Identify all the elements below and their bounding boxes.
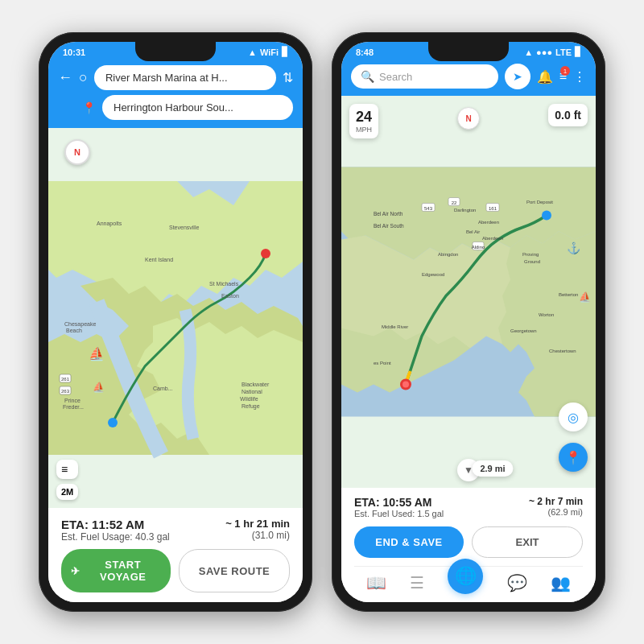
save-route-button[interactable]: SAVE ROUTE xyxy=(179,549,290,592)
notch-1 xyxy=(135,42,216,61)
svg-text:Middle River: Middle River xyxy=(382,324,408,329)
signal-icon-2: ●●● xyxy=(536,47,552,57)
signal-icon-1: ▲ xyxy=(248,47,257,57)
battery-icon-1: ▊ xyxy=(282,47,288,57)
svg-text:Kent Island: Kent Island xyxy=(145,257,173,262)
svg-text:Georgetown: Georgetown xyxy=(510,328,537,333)
svg-text:⛵: ⛵ xyxy=(93,381,105,393)
svg-text:Wildlife: Wildlife xyxy=(240,396,258,402)
svg-text:⚓: ⚓ xyxy=(567,242,581,255)
svg-text:Betterton: Betterton xyxy=(559,292,578,297)
exit-button[interactable]: EXIT xyxy=(472,526,583,558)
action-buttons-2: END & SAVE EXIT xyxy=(354,526,583,558)
location-icon-2: ▲ xyxy=(524,47,533,57)
svg-text:Beach: Beach xyxy=(66,328,82,333)
svg-text:es Point: es Point xyxy=(374,361,391,365)
start-voyage-button[interactable]: ✈ START VOYAGE xyxy=(61,549,171,592)
zoom-label: 2M xyxy=(56,484,78,500)
svg-text:Edgewood: Edgewood xyxy=(422,272,444,277)
svg-text:Bel Air South: Bel Air South xyxy=(374,223,404,229)
svg-text:Aberdeen: Aberdeen xyxy=(482,236,503,241)
bottom-panel-1: ETA: 11:52 AM Est. Fuel Usage: 40.3 gal … xyxy=(48,508,303,602)
svg-text:543: 543 xyxy=(424,206,433,211)
phone-1: 10:31 ▲ WiFi ▊ ← ○ River Marsh Marina at… xyxy=(39,32,312,612)
status-icons-1: ▲ WiFi ▊ xyxy=(248,47,288,57)
duration-1: ~ 1 hr 21 min xyxy=(225,518,290,530)
origin-input[interactable]: River Marsh Marina at H... xyxy=(94,65,276,90)
start-icon: ✈ xyxy=(71,565,80,577)
svg-point-25 xyxy=(402,382,409,388)
svg-text:Chesapeake: Chesapeake xyxy=(64,321,96,328)
svg-text:Aberdeen: Aberdeen xyxy=(478,220,499,225)
eta-info-1: ETA: 11:52 AM Est. Fuel Usage: 40.3 gal … xyxy=(61,518,290,543)
time-1: 10:31 xyxy=(63,47,85,57)
svg-text:Refuge: Refuge xyxy=(242,403,260,410)
map-svg-2: Bel Air North Bel Air South Darlington P… xyxy=(341,96,596,488)
more-icon[interactable]: ⋮ xyxy=(573,69,586,85)
locate-button[interactable]: ◎ xyxy=(559,402,588,431)
svg-text:Aldino: Aldino xyxy=(472,245,485,250)
map-left-controls: ≡ 2M xyxy=(56,460,78,500)
eta-time-1: ETA: 11:52 AM xyxy=(61,518,170,531)
destination-marker[interactable]: 📍 xyxy=(559,443,588,472)
svg-point-1 xyxy=(108,418,118,427)
svg-text:St Michaels: St Michaels xyxy=(209,281,239,287)
action-buttons-1: ✈ START VOYAGE SAVE ROUTE xyxy=(61,549,290,592)
svg-text:Freder...: Freder... xyxy=(63,404,84,410)
svg-text:Port Deposit: Port Deposit xyxy=(526,200,553,204)
svg-text:263: 263 xyxy=(61,389,70,394)
nav-book[interactable]: 📖 xyxy=(366,573,386,592)
depth-value: 0.0 ft xyxy=(555,109,581,122)
search-icon-1: ○ xyxy=(79,69,88,86)
bottom-nav: 📖 ☰ 🌐 💬 👥 xyxy=(354,566,583,597)
svg-text:Chestertown: Chestertown xyxy=(549,349,576,353)
bottom-panel-2: ETA: 10:55 AM Est. Fuel Used: 1.5 gal ~ … xyxy=(341,488,596,602)
svg-text:Bel Air North: Bel Air North xyxy=(374,211,403,217)
end-save-button[interactable]: END & SAVE xyxy=(354,526,464,558)
fuel-info-2: Est. Fuel Used: 1.5 gal xyxy=(354,509,444,518)
svg-text:Prince: Prince xyxy=(64,398,80,403)
search-box-2[interactable]: 🔍 Search xyxy=(351,64,498,89)
svg-text:22: 22 xyxy=(452,200,457,205)
map-1[interactable]: ⛵ ⛵ Chesapeake Beach Kent Island Annapol… xyxy=(48,128,303,508)
svg-point-2 xyxy=(261,249,270,258)
nav-chat[interactable]: 💬 xyxy=(507,573,527,592)
svg-text:Darlington: Darlington xyxy=(454,208,476,213)
lte-label: LTE xyxy=(555,47,572,57)
depth-overlay: 0.0 ft xyxy=(548,104,588,126)
back-button-1[interactable]: ← xyxy=(58,69,72,86)
speed-unit: MPH xyxy=(356,126,372,134)
fuel-info-1: Est. Fuel Usage: 40.3 gal xyxy=(61,531,170,543)
top-bar-2: 🔍 Search ➤ 🔔 ≡ 1 ⋮ xyxy=(341,60,596,96)
svg-text:Stevensville: Stevensville xyxy=(169,225,199,230)
notch-2 xyxy=(428,42,509,61)
wifi-icon-1: WiFi xyxy=(260,47,279,57)
nav-list[interactable]: ☰ xyxy=(410,573,424,592)
nav-people[interactable]: 👥 xyxy=(551,573,571,592)
svg-point-26 xyxy=(542,211,551,221)
svg-text:Ground: Ground xyxy=(524,259,540,264)
time-2: 8:48 xyxy=(356,47,374,57)
svg-text:⛵: ⛵ xyxy=(579,291,591,303)
navigate-button-2[interactable]: ➤ xyxy=(505,64,530,89)
compass-1: N xyxy=(64,139,90,165)
map-2[interactable]: Bel Air North Bel Air South Darlington P… xyxy=(341,96,596,488)
svg-text:161: 161 xyxy=(489,206,497,211)
search-icon-2: 🔍 xyxy=(361,70,374,83)
nav-globe[interactable]: 🌐 xyxy=(448,559,483,594)
svg-text:Worton: Worton xyxy=(539,312,554,317)
svg-text:Bel Air: Bel Air xyxy=(466,229,480,234)
destination-input[interactable]: Herrington Harbour Sou... xyxy=(102,95,293,120)
status-icons-2: ▲ ●●● LTE ▊ xyxy=(524,47,581,57)
phone-2: 8:48 ▲ ●●● LTE ▊ 🔍 Search ➤ 🔔 ≡ 1 ⋮ xyxy=(332,32,605,612)
speed-overlay: 24 MPH xyxy=(349,104,378,138)
eta-info-2: ETA: 10:55 AM Est. Fuel Used: 1.5 gal ~ … xyxy=(354,496,583,518)
layers-icon[interactable]: ≡ xyxy=(56,460,78,479)
dest-pin-icon: 📍 xyxy=(82,101,96,114)
svg-text:Camb...: Camb... xyxy=(153,386,173,391)
swap-icon[interactable]: ⇅ xyxy=(283,70,293,85)
bell-icon[interactable]: 🔔 xyxy=(537,69,553,85)
battery-icon-2: ▊ xyxy=(575,47,581,57)
duration-2: ~ 2 hr 7 min xyxy=(529,496,583,507)
filter-badge: 1 xyxy=(560,66,570,76)
